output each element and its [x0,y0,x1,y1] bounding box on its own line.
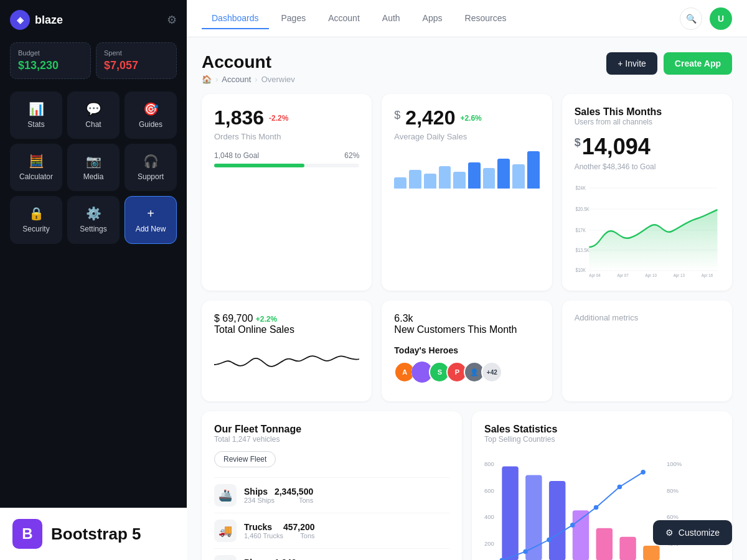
svg-text:Apr 16: Apr 16 [701,273,712,278]
svg-rect-21 [549,481,565,560]
nav-grid: 📊 Stats 💬 Chat 🎯 Guides 🧮 Calculator 📷 M… [10,91,177,244]
spent-label: Spent [104,49,169,57]
page-title: Account [202,52,295,72]
planes-icon: ✈️ [214,555,237,560]
support-icon: 🎧 [143,154,159,169]
ships-amount: 2,345,500 Tons [275,487,313,504]
add-new-label: Add New [136,225,166,233]
breadcrumb-home: 🏠 [202,75,212,84]
fleet-title: Our Fleet Tonnage [214,424,449,435]
bootstrap-label: Bootstrap 5 [51,525,141,544]
create-app-button[interactable]: Create App [664,52,732,75]
trucks-name: Trucks [244,522,283,532]
logo-area: ◈ blaze [10,10,63,30]
sidebar-item-settings[interactable]: ⚙️ Settings [67,196,120,244]
sales-stats-title: Sales Statistics [484,424,720,435]
logo-icon: ◈ [10,10,30,30]
tab-apps[interactable]: Apps [413,8,453,29]
breadcrumb: 🏠 › Account › Overwiev [202,75,295,84]
svg-rect-22 [573,510,589,560]
mini-bar-chart [394,151,539,189]
orders-label: Orders This Month [214,132,359,141]
menu-icon[interactable]: ⚙ [167,13,177,27]
sidebar-item-media[interactable]: 📷 Media [67,144,120,191]
sales-month-title: Sales This Months [575,106,720,118]
customize-label: Customize [679,528,720,538]
ships-sub: 234 Ships [244,497,275,504]
orders-change: -2.2% [269,114,288,123]
heroes-title: Today's Heroes [394,345,539,355]
review-fleet-button[interactable]: Review Fleet [214,451,276,467]
sales-line-chart: $24K $20.5K $17K $13.5K $10K [575,179,720,278]
bootstrap-badge: B Bootstrap 5 [0,508,187,560]
nav-right: 🔍 U [680,7,732,30]
sidebar-item-chat[interactable]: 💬 Chat [67,91,120,139]
progress-fill [214,164,304,167]
nav-tabs: Dashboards Pages Account Auth Apps Resou… [202,8,516,29]
customers-label: New Customers This Month [394,324,539,335]
tab-dashboards[interactable]: Dashboards [202,8,269,29]
budget-card: Budget $13,230 [10,42,91,79]
online-sales-label: Total Online Sales [214,324,359,335]
bar-8 [497,159,510,189]
online-sales-change: +2.2% [256,315,277,324]
hero-avatar-count: +42 [481,362,502,383]
svg-text:$20.5K: $20.5K [575,206,590,212]
bar-6 [468,162,481,189]
breadcrumb-account: Account [222,75,251,84]
media-label: Media [83,172,104,181]
trucks-sub: 1,460 Trucks [244,532,283,539]
online-sales-value: $ 69,700 +2.2% [214,313,359,324]
sidebar: ◈ blaze ⚙ Budget $13,230 Spent $7,057 📊 … [0,0,187,560]
budget-label: Budget [18,49,83,57]
spent-amount: $7,057 [104,59,169,72]
stats-label: Stats [27,120,44,129]
sidebar-item-stats[interactable]: 📊 Stats [10,91,62,139]
invite-button[interactable]: + Invite [606,52,657,75]
bar-9 [512,164,525,189]
ships-name: Ships [244,487,275,497]
sidebar-item-support[interactable]: 🎧 Support [125,144,177,191]
sidebar-item-security[interactable]: 🔒 Security [10,196,62,244]
progress-pct: 62% [344,151,359,160]
progress-label: 1,048 to Goal [214,151,259,160]
sales-month-sub: Users from all channels [575,118,720,126]
add-new-icon: + [147,207,154,221]
fleet-row-trucks: 🚚 Trucks 1,460 Trucks 457,200 Tons [214,513,449,548]
svg-text:$17K: $17K [575,227,586,233]
customers-card: 6.3k New Customers This Month Today's He… [382,301,552,401]
top-nav: Dashboards Pages Account Auth Apps Resou… [187,0,747,37]
bar-2 [409,170,421,189]
svg-rect-24 [619,537,636,560]
bootstrap-icon: B [12,519,42,549]
daily-sales-change: +2.6% [460,114,481,123]
tab-auth[interactable]: Auth [372,8,410,29]
calculator-label: Calculator [19,172,53,181]
sales-month-card: Sales This Months Users from all channel… [562,94,732,291]
tab-resources[interactable]: Resources [455,8,517,29]
user-avatar[interactable]: U [710,7,732,30]
customize-button[interactable]: ⚙ Customize [653,520,732,545]
progress-track [214,164,359,167]
sales-month-note: Another $48,346 to Goal [575,162,720,171]
security-label: Security [22,225,49,233]
bar-7 [483,168,496,189]
heroes-section: Today's Heroes A S P 👤 +42 [394,345,539,383]
settings-icon: ⚙️ [86,206,101,221]
sidebar-item-add-new[interactable]: + Add New [125,196,177,244]
svg-text:$10K: $10K [575,267,586,273]
bar-1 [394,177,406,189]
spent-card: Spent $7,057 [96,42,177,79]
tab-account[interactable]: Account [318,8,370,29]
orders-value: 1,836 -2.2% [214,106,359,129]
search-button[interactable]: 🔍 [680,7,702,30]
sidebar-item-guides[interactable]: 🎯 Guides [125,91,177,139]
tab-pages[interactable]: Pages [271,8,316,29]
svg-text:Apr 10: Apr 10 [645,273,656,278]
sidebar-item-calculator[interactable]: 🧮 Calculator [10,144,62,191]
svg-text:800: 800 [484,460,494,467]
svg-text:100%: 100% [667,460,682,467]
customers-value: 6.3k [394,313,539,324]
ships-icon: 🚢 [214,484,237,506]
extra-card: Additional metrics [562,301,732,401]
